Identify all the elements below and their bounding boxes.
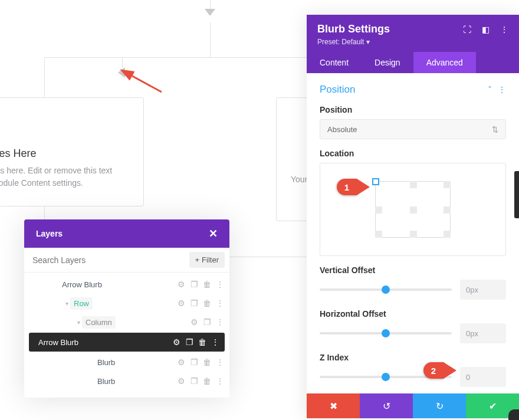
redo-button[interactable]: ↻ [413,393,466,418]
trash-icon[interactable]: 🗑 [202,357,212,367]
trash-icon[interactable]: 🗑 [198,337,207,347]
snap-icon[interactable]: ◧ [482,25,490,34]
more-icon[interactable]: ⋮ [215,298,225,308]
blurb-card-left[interactable]: Your Title Goes Here Your content goes h… [0,97,144,206]
anchor-top-center[interactable] [410,181,417,188]
more-icon[interactable]: ⋮ [500,25,508,34]
corner-handle[interactable] [508,409,519,420]
gear-icon[interactable]: ⚙ [176,298,186,308]
layer-row[interactable]: Blurb ⚙❐🗑⋮ [24,372,229,391]
settings-panel: Blurb Settings ⛶ ◧ ⋮ Preset: Default ▾ C… [307,15,519,418]
horizontal-offset-slider[interactable] [320,332,452,334]
layer-row[interactable]: Arrow Blurb ⚙❐🗑⋮ [24,275,229,294]
gear-icon[interactable]: ⚙ [172,337,181,347]
layers-title: Layers [36,229,63,238]
callout-1: 1 [337,179,370,195]
more-icon[interactable]: ⋮ [215,317,225,327]
close-icon[interactable]: ✕ [209,227,218,240]
location-label: Location [320,149,506,158]
plus-icon: + [195,255,200,264]
settings-title: Blurb Settings [317,23,390,35]
blurb-body: Your content goes here. Edit or remove t… [0,165,129,189]
more-icon[interactable]: ⋮ [215,280,225,289]
red-arrow-annotation [126,72,173,96]
caret-down-icon [205,9,215,16]
anchor-bottom-center[interactable] [410,231,417,238]
chevron-down-icon[interactable]: ▾ [75,319,82,326]
chevron-up-icon[interactable]: ˄ [488,85,492,94]
more-icon[interactable]: ⋮ [211,337,220,347]
vertical-offset-value[interactable]: 0px [460,280,506,300]
layer-row-selected[interactable]: Arrow Blurb ⚙❐🗑⋮ [29,333,225,352]
callout-2: 2 [423,362,456,379]
cancel-button[interactable]: ✖ [307,393,360,418]
layers-panel: Layers ✕ +Filter Arrow Blurb ⚙❐🗑⋮ ▾ Row … [24,219,229,398]
tab-advanced[interactable]: Advanced [413,52,476,73]
duplicate-icon[interactable]: ❐ [189,280,199,289]
gear-icon[interactable]: ⚙ [176,280,186,289]
position-select[interactable]: Absolute ⇅ [320,119,506,139]
anchor-mid-left[interactable] [375,206,382,214]
tab-content[interactable]: Content [307,52,362,73]
anchor-top-right[interactable] [444,181,451,188]
duplicate-icon[interactable]: ❐ [189,376,199,386]
zindex-label: Z Index [320,353,506,362]
more-icon[interactable]: ⋮ [498,85,506,94]
section-title[interactable]: Position [320,84,355,96]
undo-button[interactable]: ↺ [360,393,413,418]
duplicate-icon[interactable]: ❐ [189,298,199,308]
tab-design[interactable]: Design [362,52,413,73]
chevron-down-icon: ▾ [366,38,370,46]
caret-left-icon [118,67,125,78]
filter-button[interactable]: +Filter [189,252,225,268]
settings-tabs: Content Design Advanced [307,52,519,73]
gear-icon[interactable]: ⚙ [176,376,186,386]
gear-icon[interactable]: ⚙ [189,317,199,327]
blurb-preview-text: Your [291,175,307,184]
trash-icon[interactable]: 🗑 [202,298,212,308]
horizontal-offset-label: Horizontal Offset [320,309,506,319]
zindex-value[interactable]: 0 [460,367,506,387]
anchor-bottom-right[interactable] [444,231,451,238]
gear-icon[interactable]: ⚙ [176,357,186,367]
chevron-down-icon[interactable]: ▾ [63,300,70,307]
more-icon[interactable]: ⋮ [215,357,225,367]
more-icon[interactable]: ⋮ [215,376,225,386]
select-caret-icon: ⇅ [492,125,498,134]
horizontal-offset-value[interactable]: 0px [460,323,506,343]
trash-icon[interactable]: 🗑 [202,280,212,289]
vertical-offset-slider[interactable] [320,288,452,291]
layer-row[interactable]: Blurb ⚙❐🗑⋮ [24,353,229,372]
right-edge-handle[interactable] [514,171,519,218]
layer-row[interactable]: ▾ Row ⚙❐🗑⋮ [24,294,229,313]
blurb-title: Your Title Goes Here [0,147,129,160]
layer-row[interactable]: ▾ Column ⚙❐⋮ [24,313,229,332]
duplicate-icon[interactable]: ❐ [202,317,212,327]
anchor-mid-right[interactable] [444,206,451,214]
anchor-top-left[interactable] [372,178,379,185]
svg-line-0 [129,74,162,92]
anchor-bottom-left[interactable] [375,231,382,238]
search-input[interactable] [24,255,189,265]
trash-icon[interactable]: 🗑 [202,376,212,386]
vertical-offset-label: Vertical Offset [320,265,506,275]
duplicate-icon[interactable]: ❐ [185,337,194,347]
anchor-mid-center[interactable] [410,206,417,214]
position-label: Position [320,105,506,114]
expand-icon[interactable]: ⛶ [463,25,471,34]
preset-selector[interactable]: Preset: Default ▾ [317,38,508,46]
settings-footer: ✖ ↺ ↻ ✔ [307,393,519,418]
duplicate-icon[interactable]: ❐ [189,357,199,367]
location-anchor-picker[interactable]: 1 [320,163,506,256]
